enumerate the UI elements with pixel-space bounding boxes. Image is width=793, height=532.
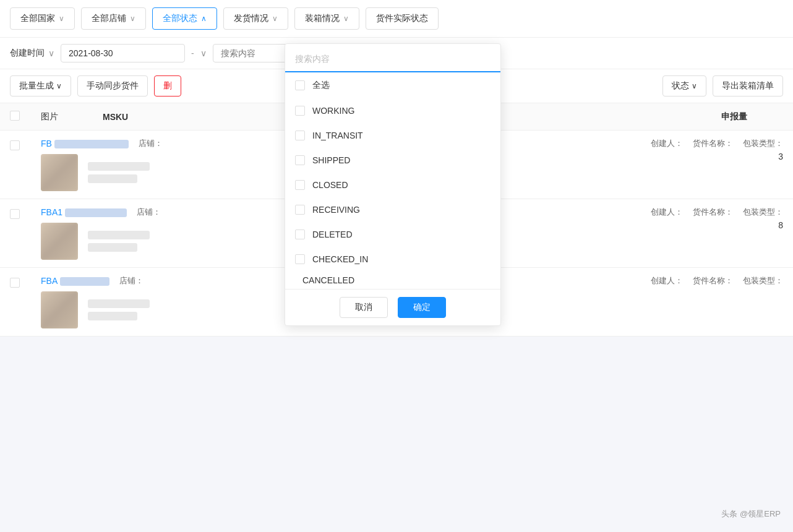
row-3-meta: 创建人： 货件名称： 包装类型：	[651, 275, 783, 286]
row-2-declare-qty: 8	[734, 220, 783, 230]
row-1-right: 创建人： 货件名称： 包装类型： 3	[598, 138, 783, 161]
batch-chevron-icon: ∨	[56, 82, 62, 90]
dropdown-item-receiving[interactable]: RECEIVING	[285, 197, 500, 222]
export-pack-label: 导出装箱清单	[722, 80, 774, 90]
watermark: 头条 @领星ERP	[721, 508, 781, 520]
header-check-col	[10, 111, 28, 122]
batch-generate-label: 批量生成	[19, 80, 54, 92]
checked-in-checkbox[interactable]	[295, 254, 305, 264]
row-3-check	[10, 275, 28, 290]
working-checkbox[interactable]	[295, 106, 305, 116]
row-3-sku-info	[88, 299, 150, 320]
header-img-col: 图片	[41, 111, 90, 122]
delete-label: 删	[163, 80, 172, 92]
status-chevron-icon: ∧	[201, 14, 207, 23]
date-start-input[interactable]	[61, 44, 185, 62]
dropdown-select-all-item[interactable]: 全选	[285, 72, 500, 98]
sync-goods-label: 手动同步货件	[87, 80, 139, 92]
cancelled-label: CANCELLED	[302, 275, 354, 285]
status-dropdown-panel: 全选 WORKING IN_TRANSIT SHIPPED	[285, 43, 501, 326]
in-transit-checkbox[interactable]	[295, 131, 305, 140]
row-1-shipment-id: FB	[41, 139, 129, 148]
dropdown-search-input[interactable]	[295, 51, 491, 66]
status-filter-label: 全部状态	[163, 13, 197, 24]
deleted-checkbox[interactable]	[295, 230, 305, 239]
export-pack-btn[interactable]: 导出装箱清单	[713, 75, 783, 97]
country-chevron-icon: ∨	[59, 14, 64, 23]
row-2-sku-placeholder	[88, 231, 150, 239]
row-2-shipment-id: FBA1	[41, 207, 127, 217]
row-1-declare-qty: 3	[734, 152, 783, 161]
receiving-label: RECEIVING	[312, 205, 360, 215]
row-3-sku-placeholder-2	[88, 312, 137, 320]
row-2-pack-label: 包装类型：	[743, 207, 783, 218]
date-label: 创建时间	[10, 48, 45, 59]
deleted-label: DELETED	[312, 230, 353, 239]
pack-filter-btn[interactable]: 装箱情况 ∨	[294, 7, 359, 30]
shipped-checkbox[interactable]	[295, 155, 305, 165]
store-filter-btn[interactable]: 全部店铺 ∨	[81, 7, 146, 30]
shipped-label: SHIPPED	[312, 155, 350, 165]
status-change-btn[interactable]: 状态 ∨	[662, 75, 706, 97]
row-3-shipment-id: FBA	[41, 276, 109, 286]
row-2-image	[41, 223, 78, 260]
closed-label: CLOSED	[312, 180, 348, 190]
delete-btn[interactable]: 删	[154, 75, 181, 97]
select-all-checkbox[interactable]	[295, 80, 305, 90]
row-2-store-label: 店铺：	[137, 207, 161, 218]
dropdown-item-working[interactable]: WORKING	[285, 98, 500, 123]
row-1-checkbox[interactable]	[10, 140, 20, 150]
country-filter-label: 全部国家	[20, 13, 55, 24]
ship-filter-label: 发货情况	[234, 13, 268, 24]
dropdown-item-checked-in[interactable]: CHECKED_IN	[285, 247, 500, 272]
status-change-chevron-icon: ∨	[692, 82, 697, 90]
checked-in-label: CHECKED_IN	[312, 254, 368, 264]
dropdown-item-shipped[interactable]: SHIPPED	[285, 148, 500, 173]
dropdown-cancel-btn[interactable]: 取消	[340, 297, 388, 318]
row-3-checkbox[interactable]	[10, 278, 20, 288]
actual-filter-btn[interactable]: 货件实际状态	[366, 7, 439, 30]
store-chevron-icon: ∨	[130, 14, 135, 23]
row-3-goods-label: 货件名称：	[693, 275, 733, 286]
receiving-checkbox[interactable]	[295, 205, 305, 215]
date-separator: -	[191, 48, 194, 58]
dropdown-list: 全选 WORKING IN_TRANSIT SHIPPED	[285, 72, 500, 289]
closed-checkbox[interactable]	[295, 180, 305, 190]
row-1-meta: 创建人： 货件名称： 包装类型：	[651, 138, 783, 149]
row-3-sku-placeholder	[88, 299, 150, 308]
dropdown-item-in-transit[interactable]: IN_TRANSIT	[285, 123, 500, 148]
dropdown-item-deleted[interactable]: DELETED	[285, 222, 500, 247]
row-3-pack-label: 包装类型：	[743, 275, 783, 286]
ship-filter-btn[interactable]: 发货情况 ∨	[223, 7, 288, 30]
dropdown-confirm-btn[interactable]: 确定	[398, 297, 446, 318]
row-3-creator-label: 创建人：	[651, 275, 683, 286]
in-transit-label: IN_TRANSIT	[312, 131, 363, 140]
row-1-store-label: 店铺：	[139, 138, 163, 149]
header-checkbox[interactable]	[10, 111, 20, 121]
dropdown-item-closed[interactable]: CLOSED	[285, 173, 500, 197]
date-range-chevron-icon: ∨	[200, 48, 207, 58]
dropdown-cancel-label: 取消	[355, 302, 372, 312]
row-3-right: 创建人： 货件名称： 包装类型：	[598, 275, 783, 286]
dropdown-confirm-label: 确定	[413, 302, 431, 312]
dropdown-footer: 取消 确定	[285, 289, 500, 325]
row-2-check	[10, 207, 28, 221]
row-2-creator-label: 创建人：	[651, 207, 683, 218]
dropdown-search-area	[285, 44, 500, 72]
row-1-goods-label: 货件名称：	[693, 138, 733, 149]
row-1-sku-info	[88, 162, 150, 183]
pack-chevron-icon: ∨	[343, 14, 349, 23]
row-2-checkbox[interactable]	[10, 209, 20, 219]
pack-filter-label: 装箱情况	[305, 13, 340, 24]
row-1-pack-label: 包装类型：	[743, 138, 783, 149]
batch-generate-btn[interactable]: 批量生成 ∨	[10, 75, 71, 97]
row-1-sku-placeholder-2	[88, 174, 137, 183]
row-3-store-label: 店铺：	[119, 275, 144, 286]
status-filter-btn[interactable]: 全部状态 ∧	[152, 7, 217, 30]
dropdown-item-cancelled[interactable]: CANCELLED	[285, 272, 500, 289]
actual-filter-label: 货件实际状态	[376, 13, 428, 24]
sync-goods-btn[interactable]: 手动同步货件	[77, 75, 148, 97]
ship-chevron-icon: ∨	[272, 14, 278, 23]
country-filter-btn[interactable]: 全部国家 ∨	[10, 7, 75, 30]
row-2-right: 创建人： 货件名称： 包装类型： 8	[598, 207, 783, 230]
